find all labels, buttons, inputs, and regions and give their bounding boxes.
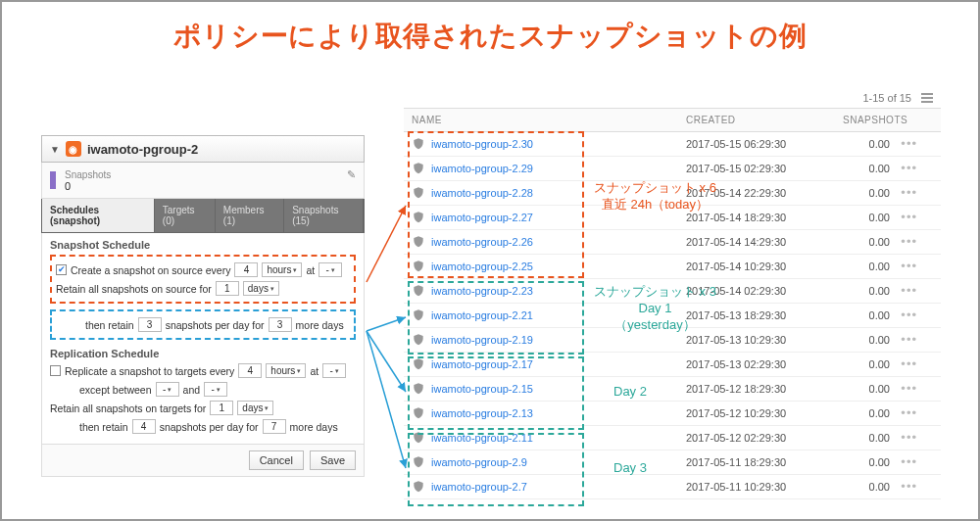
repl-at-select[interactable]: -▾ xyxy=(322,363,346,378)
snapshot-size: 0.00 xyxy=(843,163,890,174)
snapshot-created: 2017-05-11 10:29:30 xyxy=(686,481,843,493)
snapshot-name-link[interactable]: iwamoto-pgroup-2.9 xyxy=(431,456,527,468)
pgroup-header[interactable]: ▼ ◉ iwamoto-pgroup-2 xyxy=(41,135,365,163)
row-actions-icon[interactable]: ••• xyxy=(890,189,917,197)
snapshot-name-link[interactable]: iwamoto-pgroup-2.11 xyxy=(431,432,533,444)
repl-retain-value-select[interactable]: 1 xyxy=(210,401,233,415)
snapshot-size: 0.00 xyxy=(843,260,890,272)
tab-members[interactable]: Members (1) xyxy=(216,199,284,232)
create-value-select[interactable]: 4 xyxy=(234,262,258,277)
row-actions-icon[interactable]: ••• xyxy=(890,262,917,270)
svg-line-0 xyxy=(367,206,406,282)
snapshot-created: 2017-05-15 02:29:30 xyxy=(686,163,843,174)
snapshot-name-link[interactable]: iwamoto-pgroup-2.7 xyxy=(431,481,527,493)
repl-then-row: then retain 4 snapshots per day for 7 mo… xyxy=(79,419,356,434)
create-unit-select[interactable]: hours▾ xyxy=(262,262,302,277)
row-actions-icon[interactable]: ••• xyxy=(890,434,917,442)
col-created: CREATED xyxy=(686,115,843,125)
snapshot-size: 0.00 xyxy=(843,236,890,248)
row-actions-icon[interactable]: ••• xyxy=(890,140,917,148)
snapshot-name-link[interactable]: iwamoto-pgroup-2.28 xyxy=(431,187,533,199)
tab-snapshots[interactable]: Snapshots (15) xyxy=(284,199,364,232)
row-actions-icon[interactable]: ••• xyxy=(890,165,917,172)
then-retain-v1[interactable]: 3 xyxy=(138,317,162,332)
svg-line-3 xyxy=(367,331,406,468)
svg-line-1 xyxy=(367,317,406,331)
table-row: iwamoto-pgroup-2.282017-05-14 22:29:300.… xyxy=(404,181,941,206)
page-title: ポリシーにより取得されたスナップショットの例 xyxy=(31,18,949,55)
table-row: iwamoto-pgroup-2.292017-05-15 02:29:300.… xyxy=(404,157,941,181)
snapshot-size: 0.00 xyxy=(843,481,890,493)
row-actions-icon[interactable]: ••• xyxy=(890,360,917,368)
repl-unit-select[interactable]: hours▾ xyxy=(266,363,306,378)
svg-line-2 xyxy=(367,331,406,392)
table-row: iwamoto-pgroup-2.212017-05-13 18:29:300.… xyxy=(404,304,941,328)
shield-icon xyxy=(412,357,425,371)
retain-unit-select[interactable]: days▾ xyxy=(243,281,279,296)
then-retain-row: then retain 3 snapshots per day for 3 mo… xyxy=(85,317,350,332)
repl-then-v2[interactable]: 7 xyxy=(263,419,286,434)
table-row: iwamoto-pgroup-2.252017-05-14 10:29:300.… xyxy=(404,255,941,279)
snapshot-created: 2017-05-11 18:29:30 xyxy=(686,456,843,468)
paging-text: 1-15 of 15 xyxy=(862,92,911,104)
table-row: iwamoto-pgroup-2.132017-05-12 10:29:300.… xyxy=(404,402,941,426)
row-actions-icon[interactable]: ••• xyxy=(890,311,917,319)
snapshot-name-link[interactable]: iwamoto-pgroup-2.17 xyxy=(431,358,533,370)
snapshot-created: 2017-05-14 02:29:30 xyxy=(686,285,843,297)
row-actions-icon[interactable]: ••• xyxy=(890,213,917,221)
col-snapshots: SNAPSHOTS xyxy=(843,115,902,125)
cancel-button[interactable]: Cancel xyxy=(249,450,304,470)
snapshot-name-link[interactable]: iwamoto-pgroup-2.30 xyxy=(431,138,533,150)
repl-retain-unit-select[interactable]: days▾ xyxy=(237,401,273,415)
shield-icon xyxy=(412,137,425,151)
row-actions-icon[interactable]: ••• xyxy=(890,336,917,344)
shield-icon xyxy=(412,455,425,469)
retain-value-select[interactable]: 1 xyxy=(216,281,239,296)
snapshot-name-link[interactable]: iwamoto-pgroup-2.21 xyxy=(431,309,533,321)
table-row: iwamoto-pgroup-2.232017-05-14 02:29:300.… xyxy=(404,279,941,304)
snapshot-size: 0.00 xyxy=(843,212,890,223)
table-row: iwamoto-pgroup-2.172017-05-13 02:29:300.… xyxy=(404,353,941,377)
row-actions-icon[interactable]: ••• xyxy=(890,483,917,491)
then-retain-v2[interactable]: 3 xyxy=(269,317,292,332)
snapshot-name-link[interactable]: iwamoto-pgroup-2.29 xyxy=(431,163,533,174)
save-button[interactable]: Save xyxy=(310,450,356,470)
snapshots-label: Snapshots xyxy=(65,169,111,180)
table-row: iwamoto-pgroup-2.272017-05-14 18:29:300.… xyxy=(404,206,941,230)
snapshot-created: 2017-05-14 14:29:30 xyxy=(686,236,843,248)
tab-targets[interactable]: Targets (0) xyxy=(155,199,216,232)
tabs: Schedules (snapshot) Targets (0) Members… xyxy=(41,199,365,233)
pgroup-summary: ✎ Snapshots 0 xyxy=(41,163,365,199)
create-at-select[interactable]: -▾ xyxy=(318,262,342,277)
snapshot-schedule-title: Snapshot Schedule xyxy=(50,239,356,251)
except-from-select[interactable]: -▾ xyxy=(156,382,179,397)
snapshot-name-link[interactable]: iwamoto-pgroup-2.23 xyxy=(431,285,533,297)
row-actions-icon[interactable]: ••• xyxy=(890,385,917,393)
retain-row: Retain all snapshots on source for 1 day… xyxy=(56,281,350,296)
table-row: iwamoto-pgroup-2.152017-05-12 18:29:300.… xyxy=(404,377,941,402)
repl-then-v1[interactable]: 4 xyxy=(132,419,156,434)
snapshot-name-link[interactable]: iwamoto-pgroup-2.13 xyxy=(431,407,533,419)
except-to-select[interactable]: -▾ xyxy=(204,382,227,397)
pgroup-name: iwamoto-pgroup-2 xyxy=(87,142,198,157)
shield-icon xyxy=(412,406,425,420)
create-snapshot-checkbox[interactable] xyxy=(56,264,67,275)
snapshot-table: 1-15 of 15 NAME CREATED SNAPSHOTS iwamot… xyxy=(404,88,941,499)
row-actions-icon[interactable]: ••• xyxy=(890,238,917,246)
snapshot-name-link[interactable]: iwamoto-pgroup-2.19 xyxy=(431,334,533,346)
snapshot-name-link[interactable]: iwamoto-pgroup-2.15 xyxy=(431,383,533,395)
snapshot-name-link[interactable]: iwamoto-pgroup-2.27 xyxy=(431,212,533,223)
row-actions-icon[interactable]: ••• xyxy=(890,409,917,417)
menu-icon[interactable] xyxy=(921,93,933,103)
snapshot-name-link[interactable]: iwamoto-pgroup-2.25 xyxy=(431,260,533,272)
table-row: iwamoto-pgroup-2.192017-05-13 10:29:300.… xyxy=(404,328,941,353)
row-actions-icon[interactable]: ••• xyxy=(890,458,917,466)
snapshot-created: 2017-05-13 02:29:30 xyxy=(686,358,843,370)
repl-checkbox[interactable] xyxy=(50,365,61,376)
tab-schedules[interactable]: Schedules (snapshot) xyxy=(42,199,155,232)
snapshot-name-link[interactable]: iwamoto-pgroup-2.26 xyxy=(431,236,533,248)
repl-value-select[interactable]: 4 xyxy=(238,363,262,378)
edit-icon[interactable]: ✎ xyxy=(347,168,356,181)
snapshot-created: 2017-05-12 02:29:30 xyxy=(686,432,843,444)
row-actions-icon[interactable]: ••• xyxy=(890,287,917,295)
